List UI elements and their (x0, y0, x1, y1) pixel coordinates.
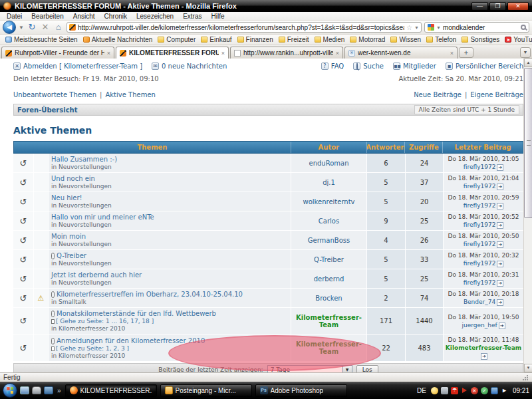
bookmark-item[interactable]: Finanzen (235, 36, 276, 43)
lastpost-author-link[interactable]: juergen_hef (462, 322, 497, 329)
bookmark-item[interactable]: Telefon (424, 36, 459, 43)
browser-tab[interactable]: wer-kennt-wen.de × (344, 47, 458, 59)
avira-icon[interactable] (451, 387, 458, 394)
topic-link[interactable]: Kilometerfressertreffen im Oberharz, 23.… (57, 291, 243, 298)
bookmark-item[interactable]: Sonstiges (459, 36, 502, 43)
close-button[interactable]: ✕ (507, 2, 529, 11)
tab-close-icon[interactable]: × (336, 50, 339, 57)
printer-icon[interactable] (441, 387, 448, 394)
browser-tab[interactable]: KILOMETERFRESSER FORUM • Ak... × (116, 47, 229, 59)
start-button[interactable] (3, 383, 17, 398)
tab-list-button[interactable]: ▼ (520, 47, 531, 58)
menu-item[interactable]: Extras (178, 13, 206, 20)
tab-close-icon[interactable]: × (107, 50, 110, 57)
faq-link[interactable]: ? FAQ (321, 63, 344, 70)
period-select-value[interactable]: 7 Tage (268, 366, 342, 372)
language-indicator[interactable]: DE (417, 387, 426, 394)
goto-lastpost-icon[interactable]: ➜ (497, 261, 503, 267)
own-posts-link[interactable]: Eigene Beiträge (470, 91, 523, 98)
error-icon[interactable] (471, 387, 478, 394)
active-topics-link[interactable]: Aktive Themen (105, 91, 155, 98)
forward-dropdown-icon[interactable]: ▼ (19, 25, 24, 31)
search-engine-dropdown-icon[interactable]: ▼ (436, 25, 441, 30)
goto-lastpost-icon[interactable]: ➜ (497, 241, 503, 248)
tab-close-icon[interactable]: × (450, 50, 454, 57)
topic-link[interactable]: Monatskilometerstände für den lfd. Wettb… (57, 310, 216, 317)
author-link[interactable]: wolkenreiterntv (303, 198, 354, 205)
topic-link[interactable]: Neu hier! (51, 194, 82, 201)
author-link[interactable]: enduRoman (309, 160, 349, 167)
forum-link[interactable]: in Smalltalk (51, 299, 288, 306)
network-icon[interactable] (491, 387, 498, 394)
task-button[interactable]: KILOMETERFRESSER... (65, 384, 157, 397)
ucp-link[interactable]: ▪ Persönlicher Bereich (446, 63, 523, 70)
period-select[interactable]: 7 Tage ▼ (267, 365, 352, 372)
window-titlebar[interactable]: KILOMETERFRESSER FORUM - Aktive Themen -… (0, 0, 532, 12)
menu-item[interactable]: Chronik (100, 13, 132, 20)
browser-tab[interactable]: http://www.rankin...uhrpott-viller.de × (230, 47, 343, 59)
browser-tab[interactable]: Ruhrpott-Viller - Freunde der Hond... × (1, 47, 114, 59)
security-check-icon[interactable] (481, 387, 488, 394)
forum-link[interactable]: in Neuvorstellungen (51, 279, 288, 287)
page-scrollbar[interactable]: ▲ ▼ (523, 59, 532, 372)
new-tab-button[interactable]: + (459, 47, 473, 58)
menu-item[interactable]: Datei (2, 13, 27, 20)
bookmark-item[interactable]: Aktuelle Nachrichten (80, 36, 156, 43)
lastpost-author-link[interactable]: firefly1972 (464, 241, 496, 247)
forum-link[interactable]: in Kilometerfresser 2010 (51, 352, 288, 360)
topic-link[interactable]: Hallo Zusammen :-) (51, 156, 117, 163)
maximize-button[interactable]: ❐ (489, 2, 506, 11)
show-desktop-icon[interactable] (20, 386, 29, 394)
lastpost-author-link[interactable]: firefly1972 (464, 279, 496, 286)
url-bar[interactable]: http://www.ruhrpott-viller.de/kilometerf… (66, 22, 422, 33)
home-icon[interactable]: ⌂ (53, 22, 64, 33)
goto-lastpost-icon[interactable]: ➜ (499, 323, 505, 329)
im-icon[interactable] (431, 387, 438, 394)
menu-item[interactable]: Ansicht (68, 13, 100, 20)
forum-link[interactable]: in Neuvorstellungen (51, 221, 288, 229)
bookmark-star-icon[interactable]: ☆ (406, 24, 412, 31)
goto-lastpost-icon[interactable]: ➜ (497, 203, 503, 209)
bookmark-item[interactable]: YouTube - Heroes del ... (502, 36, 532, 43)
forum-link[interactable]: in Kilometerfresser 2010 (51, 325, 288, 332)
lastpost-author-link[interactable]: firefly1972 (464, 183, 496, 190)
window-switcher-icon[interactable] (32, 386, 41, 394)
goto-lastpost-icon[interactable]: ➜ (497, 222, 503, 229)
menu-item[interactable]: Hilfe (207, 13, 229, 20)
goto-lastpost-icon[interactable]: ➜ (497, 184, 503, 190)
go-button[interactable]: Los (356, 365, 378, 372)
search-engine-icon[interactable] (428, 24, 434, 31)
url-dropdown-icon[interactable]: ▼ (414, 25, 419, 30)
search-box[interactable]: ▼ mondkalender (424, 22, 529, 33)
topic-link[interactable]: Hallo von mir und meiner eNTe (51, 213, 154, 221)
lastpost-author-link[interactable]: firefly1972 (464, 260, 496, 267)
author-link[interactable]: Carlos (319, 217, 339, 225)
members-link[interactable]: ▪▪ Mitglieder (393, 63, 436, 70)
search-input[interactable]: mondkalender (443, 24, 519, 31)
menu-item[interactable]: Lesezeichen (132, 13, 178, 20)
goto-page-links[interactable]: [ Gehe zu Seite: 1, 2, 3 ] (51, 345, 288, 352)
task-button[interactable]: Posteingang - Micr... (160, 384, 252, 397)
messages-link[interactable]: ✉ 0 neue Nachrichten (152, 63, 227, 70)
forum-link[interactable]: in Neuvorstellungen (51, 183, 288, 190)
select-dropdown-icon[interactable]: ▼ (342, 366, 352, 372)
quick-launch-overflow-chevron[interactable]: » (56, 387, 63, 394)
topic-link[interactable]: Jetzt ist derbernd auch hier (51, 271, 142, 279)
author-link[interactable]: Q-Treiber (314, 256, 344, 263)
topic-link[interactable]: Und noch ein (51, 175, 95, 182)
board-index-link[interactable]: Foren-Übersicht (17, 106, 77, 114)
goto-lastpost-icon[interactable]: ➜ (497, 280, 503, 287)
goto-page-links[interactable]: [ Gehe zu Seite: 1 ... 16, 17, 18 ] (51, 318, 288, 325)
volume-icon[interactable] (501, 387, 508, 394)
forum-link[interactable]: in Neuvorstellungen (51, 260, 288, 267)
topic-link[interactable]: Anmeldungen für den Kilometerfresser 201… (57, 337, 205, 344)
author-link[interactable]: Kilometerfresser-Team (291, 340, 366, 355)
tab-close-icon[interactable]: × (221, 50, 225, 57)
menu-item[interactable]: Bearbeiten (27, 13, 68, 20)
bookmark-item[interactable]: Meistbesuchte Seiten (3, 36, 80, 43)
resize-grip[interactable] (522, 374, 529, 381)
player-icon[interactable] (461, 387, 468, 394)
search-icon[interactable] (521, 25, 526, 30)
remote-icon[interactable] (44, 386, 53, 394)
lastpost-author-link[interactable]: firefly1972 (464, 221, 496, 228)
